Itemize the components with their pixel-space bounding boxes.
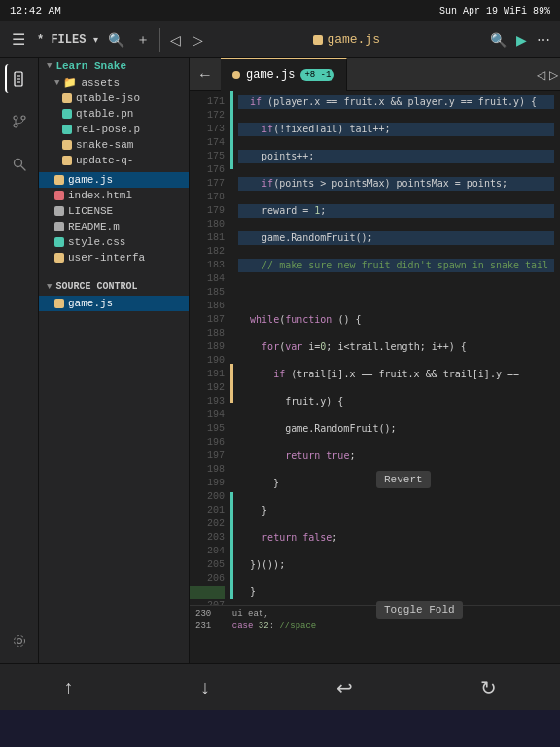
folder-arrow-icon: ▼ [47, 61, 52, 71]
file-icon-index [54, 191, 64, 200]
tab-bar: ← game.js +8 -1 ◁ ▷ [190, 58, 560, 91]
files-dropdown-arrow[interactable]: ▾ [93, 34, 98, 45]
sc-arrow: ▼ [47, 282, 52, 292]
settings-activity-icon[interactable] [5, 626, 34, 656]
line-numbers: 171172173174175 176177 178179 1801811821… [190, 91, 232, 605]
search-activity-icon[interactable] [5, 150, 34, 179]
tab-collapse-left[interactable]: ◁ [535, 66, 547, 84]
sidebar-license[interactable]: LICENSE [39, 203, 189, 219]
diff-bar-green [230, 91, 233, 169]
time-display: 12:42 AM [10, 5, 61, 17]
sidebar-gamejs[interactable]: game.js [39, 172, 189, 188]
file-icon-snake-sam [62, 140, 72, 150]
source-control-header[interactable]: ▼ SOURCE CONTROL [39, 275, 189, 296]
file-icon-readme [54, 222, 64, 231]
assets-folder-icon: 📁 [63, 76, 77, 89]
activity-bar [0, 58, 39, 663]
file-icon-rel-pose [62, 124, 72, 134]
open-filename: game.js [327, 32, 380, 47]
bottom-toolbar: ↑ ↓ ↩ ↻ [0, 663, 560, 710]
run-button[interactable]: ▶ [514, 30, 529, 50]
file-icon-license [54, 206, 64, 216]
editor-search-button[interactable]: 🔍 [488, 30, 508, 50]
more-options-button[interactable]: ⋯ [535, 30, 552, 50]
scroll-down-button[interactable]: ↓ [185, 672, 226, 702]
diff-bar-yellow [230, 364, 233, 403]
sidebar-user-interface[interactable]: user-interfa [39, 250, 189, 266]
tab-changes-badge: +8 -1 [300, 69, 334, 81]
file-icon-ui [54, 253, 64, 263]
sidebar-readme[interactable]: README.m [39, 219, 189, 234]
file-icon-qtable-json [62, 93, 72, 103]
menu-button[interactable]: ☰ [8, 28, 29, 51]
file-icon-update-q [62, 156, 72, 165]
file-icon-qtable-png [62, 109, 72, 119]
svg-line-8 [20, 166, 25, 171]
code-area[interactable]: 171172173174175 176177 178179 1801811821… [190, 91, 560, 605]
toggle-fold-tooltip[interactable]: Toggle Fold [376, 601, 463, 619]
top-bar: ☰ * FILES ▾ 🔍 ＋ ◁ ▷ game.js 🔍 ▶ ⋯ [0, 21, 560, 58]
mini-preview: 230 ui eat, 231 case 32: //space [190, 605, 560, 663]
nav-forward-button[interactable]: ▷ [191, 30, 205, 50]
code-content[interactable]: if (player.x == fruit.x && player.y == f… [232, 91, 560, 605]
wifi-icon: WiFi [504, 6, 527, 17]
file-icon [313, 35, 323, 45]
svg-point-6 [14, 124, 18, 127]
sidebar-stylecss[interactable]: style.css [39, 234, 189, 250]
sc-game-js[interactable]: game.js [39, 296, 189, 311]
undo-button[interactable]: ↩ [321, 672, 368, 703]
svg-point-10 [14, 636, 24, 647]
svg-point-9 [17, 639, 21, 644]
mini-line-1: 230 ui eat, [195, 608, 554, 621]
tab-name: game.js [246, 68, 295, 82]
scroll-up-button[interactable]: ↑ [48, 672, 88, 702]
sc-filename: game.js [68, 298, 113, 309]
sidebar: ▼ Learn Snake ▼ 📁 assets qtable-jso qtab… [39, 58, 190, 663]
sidebar-qtable-png[interactable]: qtable.pn [39, 106, 189, 122]
sidebar-qtable-json[interactable]: qtable-jso [39, 90, 189, 106]
source-control-label: SOURCE CONTROL [55, 281, 137, 292]
files-activity-icon[interactable] [5, 64, 34, 93]
nav-back-button[interactable]: ◁ [168, 30, 183, 50]
file-icon-game [54, 175, 64, 185]
sidebar-assets-folder[interactable]: ▼ 📁 assets [39, 74, 189, 90]
svg-point-5 [21, 116, 25, 120]
add-file-button[interactable]: ＋ [134, 29, 152, 51]
svg-point-4 [14, 116, 18, 120]
source-control-activity-icon[interactable] [5, 107, 34, 136]
assets-label: assets [81, 77, 120, 89]
file-icon-style [54, 237, 64, 247]
sidebar-update-q[interactable]: update-q- [39, 153, 189, 168]
main-layout: ▼ Learn Snake ▼ 📁 assets qtable-jso qtab… [0, 58, 560, 663]
tab-gamejs[interactable]: game.js +8 -1 [221, 58, 347, 91]
diff-bar-green2 [230, 492, 233, 599]
revert-tooltip[interactable]: Revert [376, 471, 431, 488]
battery-display: 89% [533, 6, 550, 17]
tab-collapse-right[interactable]: ▷ [547, 66, 560, 84]
status-bar: 12:42 AM Sun Apr 19 WiFi 89% [0, 0, 560, 21]
date-display: Sun Apr 19 [439, 6, 498, 17]
sidebar-indexhtml[interactable]: index.html [39, 188, 189, 203]
project-name: Learn Snake [55, 60, 126, 72]
editor: ← game.js +8 -1 ◁ ▷ 171172173174175 1761… [190, 58, 560, 663]
tab-back-button[interactable]: ← [190, 62, 221, 88]
folder-assets-arrow: ▼ [54, 78, 59, 88]
sidebar-root-collapse[interactable]: ▼ Learn Snake [39, 58, 189, 74]
sidebar-snake-sam[interactable]: snake-sam [39, 137, 189, 153]
mini-line-2: 231 case 32: //space [195, 621, 554, 633]
refresh-button[interactable]: ↻ [465, 672, 512, 703]
tab-modified-dot [232, 71, 240, 79]
sc-file-icon [54, 299, 64, 308]
sidebar-rel-pose[interactable]: rel-pose.p [39, 122, 189, 137]
files-label: * FILES [37, 33, 86, 47]
search-button[interactable]: 🔍 [106, 30, 126, 50]
